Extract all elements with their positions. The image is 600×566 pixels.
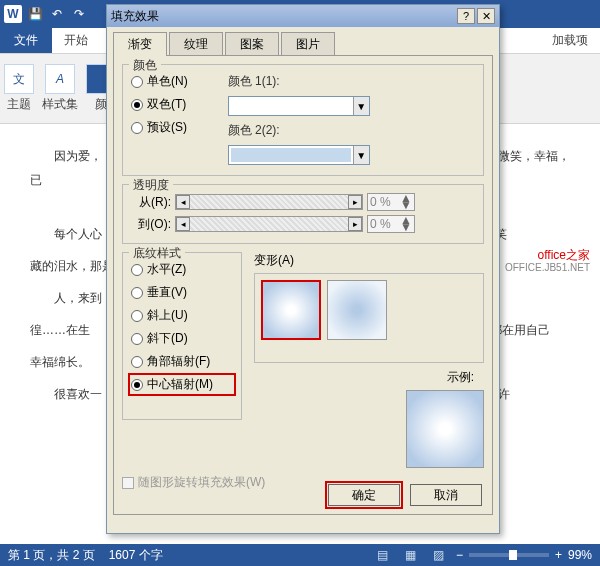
undo-icon[interactable]: ↶ xyxy=(48,5,66,23)
styleset-button[interactable]: A 样式集 xyxy=(42,64,78,113)
radio-label: 单色(N) xyxy=(147,73,188,90)
watermark-text: office之家 xyxy=(505,248,590,262)
doc-text: 人，来到 xyxy=(54,291,102,305)
to-percent[interactable]: 0 %▲▼ xyxy=(367,215,415,233)
radio-label: 垂直(V) xyxy=(147,284,187,301)
dialog-tabs: 渐变 纹理 图案 图片 xyxy=(107,27,499,55)
word-count[interactable]: 1607 个字 xyxy=(109,547,163,564)
checkbox-label: 随图形旋转填充效果(W) xyxy=(138,474,265,491)
spinner-icon[interactable]: ▲▼ xyxy=(400,217,412,231)
styleset-icon: A xyxy=(45,64,75,94)
radio-two-color[interactable]: 双色(T) xyxy=(131,96,188,113)
theme-label: 主题 xyxy=(7,96,31,113)
pct-value: 0 % xyxy=(370,217,391,231)
radio-label: 预设(S) xyxy=(147,119,187,136)
radio-horizontal[interactable]: 水平(Z) xyxy=(131,261,233,278)
styleset-label: 样式集 xyxy=(42,96,78,113)
radio-label: 双色(T) xyxy=(147,96,186,113)
transparency-group-title: 透明度 xyxy=(129,177,173,194)
color2-label: 颜色 2(2): xyxy=(228,122,370,139)
close-button[interactable]: ✕ xyxy=(477,8,495,24)
radio-vertical[interactable]: 垂直(V) xyxy=(131,284,233,301)
radio-label: 斜下(D) xyxy=(147,330,188,347)
watermark-url: OFFICE.JB51.NET xyxy=(505,262,590,274)
dialog-titlebar: 填充效果 ? ✕ xyxy=(107,5,499,27)
redo-icon[interactable]: ↷ xyxy=(70,5,88,23)
chevron-down-icon[interactable]: ▼ xyxy=(353,97,369,115)
file-tab[interactable]: 文件 xyxy=(0,28,52,53)
tab-start[interactable]: 开始 xyxy=(52,28,100,53)
zoom-slider[interactable] xyxy=(469,553,549,557)
colors-group-title: 颜色 xyxy=(129,57,161,74)
radio-center[interactable]: 中心辐射(M) xyxy=(131,376,233,393)
tab-picture[interactable]: 图片 xyxy=(281,32,335,56)
view-print-icon[interactable]: ▦ xyxy=(400,546,422,564)
theme-button[interactable]: 文 主题 xyxy=(4,64,34,113)
radio-label: 水平(Z) xyxy=(147,261,186,278)
colors-group: 颜色 单色(N) 双色(T) 预设(S) 颜色 1(1): ▼ 颜色 2(2):… xyxy=(122,64,484,176)
from-label: 从(R): xyxy=(131,194,171,211)
radio-diag-down[interactable]: 斜下(D) xyxy=(131,330,233,347)
example-preview xyxy=(406,390,484,468)
doc-text: 幸福绵长。 xyxy=(30,355,90,369)
variant-1[interactable] xyxy=(261,280,321,340)
to-slider[interactable]: ◂▸ xyxy=(175,216,363,232)
from-percent[interactable]: 0 %▲▼ xyxy=(367,193,415,211)
radio-one-color[interactable]: 单色(N) xyxy=(131,73,188,90)
radio-preset[interactable]: 预设(S) xyxy=(131,119,188,136)
color1-combo[interactable]: ▼ xyxy=(228,96,370,116)
dialog-title: 填充效果 xyxy=(111,8,159,25)
shading-group-title: 底纹样式 xyxy=(129,245,185,262)
theme-icon: 文 xyxy=(4,64,34,94)
tab-gradient[interactable]: 渐变 xyxy=(113,32,167,56)
zoom-out-icon[interactable]: − xyxy=(456,548,463,562)
radio-diag-up[interactable]: 斜上(U) xyxy=(131,307,233,324)
word-icon: W xyxy=(4,5,22,23)
pct-value: 0 % xyxy=(370,195,391,209)
radio-label: 斜上(U) xyxy=(147,307,188,324)
cancel-button[interactable]: 取消 xyxy=(410,484,482,506)
tab-addin[interactable]: 加载项 xyxy=(540,28,600,53)
tab-texture[interactable]: 纹理 xyxy=(169,32,223,56)
shading-group: 底纹样式 水平(Z) 垂直(V) 斜上(U) 斜下(D) 角部辐射(F) 中心辐… xyxy=(122,252,242,420)
arrow-right-icon[interactable]: ▸ xyxy=(348,217,362,231)
variants-box xyxy=(254,273,484,363)
ok-button[interactable]: 确定 xyxy=(328,484,400,506)
zoom-level[interactable]: 99% xyxy=(568,548,592,562)
radio-label: 角部辐射(F) xyxy=(147,353,210,370)
color2-combo[interactable]: ▼ xyxy=(228,145,370,165)
arrow-right-icon[interactable]: ▸ xyxy=(348,195,362,209)
tab-pattern[interactable]: 图案 xyxy=(225,32,279,56)
page-indicator[interactable]: 第 1 页，共 2 页 xyxy=(8,547,95,564)
variants-label: 变形(A) xyxy=(254,252,484,269)
doc-text: 因为爱， xyxy=(54,149,102,163)
fill-effects-dialog: 填充效果 ? ✕ 渐变 纹理 图案 图片 颜色 单色(N) 双色(T) 预设(S… xyxy=(106,4,500,534)
status-bar: 第 1 页，共 2 页 1607 个字 ▤ ▦ ▨ − + 99% xyxy=(0,544,600,566)
color1-label: 颜色 1(1): xyxy=(228,73,370,90)
example-label: 示例: xyxy=(254,369,474,386)
view-read-icon[interactable]: ▤ xyxy=(372,546,394,564)
watermark: office之家 OFFICE.JB51.NET xyxy=(505,248,590,274)
arrow-left-icon[interactable]: ◂ xyxy=(176,217,190,231)
transparency-group: 透明度 从(R): ◂▸ 0 %▲▼ 到(O): ◂▸ 0 %▲▼ xyxy=(122,184,484,244)
view-web-icon[interactable]: ▨ xyxy=(428,546,450,564)
radio-corner[interactable]: 角部辐射(F) xyxy=(131,353,233,370)
doc-text: 每个人心 xyxy=(54,227,102,241)
from-slider[interactable]: ◂▸ xyxy=(175,194,363,210)
to-label: 到(O): xyxy=(131,216,171,233)
doc-text: 很喜欢一 xyxy=(54,387,102,401)
save-icon[interactable]: 💾 xyxy=(26,5,44,23)
dialog-body: 颜色 单色(N) 双色(T) 预设(S) 颜色 1(1): ▼ 颜色 2(2):… xyxy=(113,55,493,515)
spinner-icon[interactable]: ▲▼ xyxy=(400,195,412,209)
variant-2[interactable] xyxy=(327,280,387,340)
chevron-down-icon[interactable]: ▼ xyxy=(353,146,369,164)
doc-text: 徨……在生 xyxy=(30,323,90,337)
radio-label: 中心辐射(M) xyxy=(147,376,213,393)
help-button[interactable]: ? xyxy=(457,8,475,24)
checkbox-icon xyxy=(122,477,134,489)
zoom-in-icon[interactable]: + xyxy=(555,548,562,562)
arrow-left-icon[interactable]: ◂ xyxy=(176,195,190,209)
